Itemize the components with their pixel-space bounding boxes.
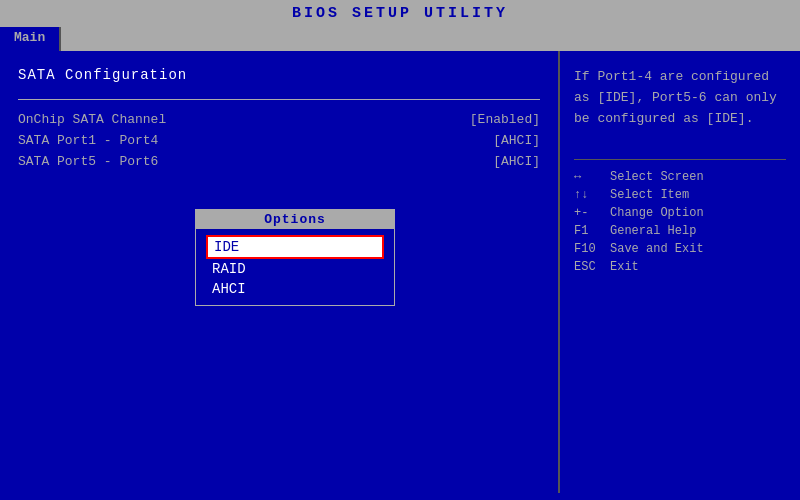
options-title: Options [196,210,394,229]
section-title: SATA Configuration [18,67,540,83]
key-desc-3: General Help [610,224,696,238]
key-row-5: ESC Exit [574,260,786,274]
key-desc-5: Exit [610,260,639,274]
key-symbol-5: ESC [574,260,610,274]
key-symbol-3: F1 [574,224,610,238]
tab-main[interactable]: Main [0,27,61,51]
config-row-0: OnChip SATA Channel [Enabled] [18,112,540,127]
options-popup: Options IDE RAID AHCI [195,209,395,306]
tab-main-label: Main [14,30,45,45]
config-label-2: SATA Port5 - Port6 [18,154,158,169]
key-symbol-2: +- [574,206,610,220]
key-desc-4: Save and Exit [610,242,704,256]
options-list: IDE RAID AHCI [196,229,394,305]
config-value-0: [Enabled] [470,112,540,127]
key-row-2: +- Change Option [574,206,786,220]
key-desc-2: Change Option [610,206,704,220]
right-panel: If Port1-4 are configured as [IDE], Port… [560,51,800,493]
config-divider [18,99,540,100]
config-row-2: SATA Port5 - Port6 [AHCI] [18,154,540,169]
right-divider [574,159,786,160]
config-label-0: OnChip SATA Channel [18,112,166,127]
config-value-1: [AHCI] [493,133,540,148]
key-row-0: ↔ Select Screen [574,170,786,184]
key-row-3: F1 General Help [574,224,786,238]
key-row-4: F10 Save and Exit [574,242,786,256]
key-desc-0: Select Screen [610,170,704,184]
option-ide[interactable]: IDE [206,235,384,259]
help-text: If Port1-4 are configured as [IDE], Port… [574,67,786,129]
bios-screen: BIOS SETUP UTILITY Main SATA Configurati… [0,0,800,500]
tab-bar: Main [0,27,800,51]
config-label-1: SATA Port1 - Port4 [18,133,158,148]
key-symbol-4: F10 [574,242,610,256]
key-row-1: ↑↓ Select Item [574,188,786,202]
key-symbol-0: ↔ [574,170,610,184]
left-panel: SATA Configuration OnChip SATA Channel [… [0,51,560,493]
main-content: SATA Configuration OnChip SATA Channel [… [0,51,800,493]
key-help: ↔ Select Screen ↑↓ Select Item +- Change… [574,170,786,274]
config-value-2: [AHCI] [493,154,540,169]
config-row-1: SATA Port1 - Port4 [AHCI] [18,133,540,148]
bios-title: BIOS SETUP UTILITY [292,5,508,22]
option-ahci[interactable]: AHCI [206,279,384,299]
title-bar: BIOS SETUP UTILITY [0,0,800,27]
key-desc-1: Select Item [610,188,689,202]
key-symbol-1: ↑↓ [574,188,610,202]
option-raid[interactable]: RAID [206,259,384,279]
